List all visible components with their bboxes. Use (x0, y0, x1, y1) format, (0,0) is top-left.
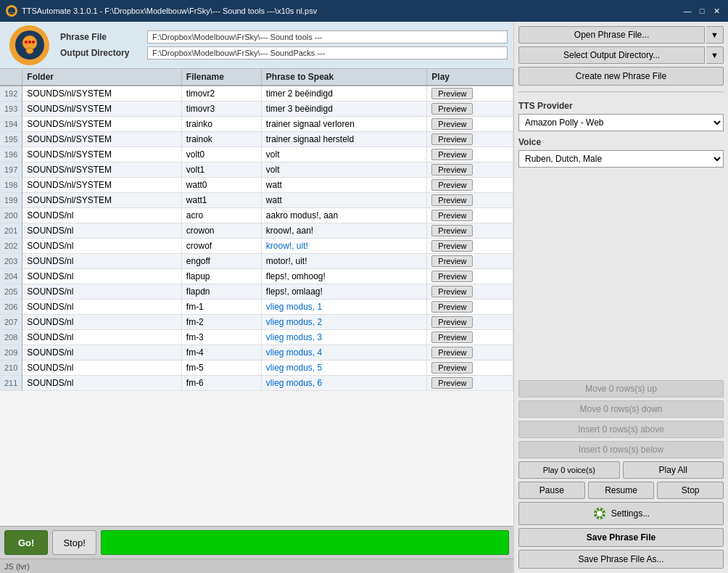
resume-button[interactable]: Resume (588, 482, 655, 499)
preview-button[interactable]: Preview (431, 118, 473, 130)
stop-button[interactable]: Stop! (52, 530, 96, 555)
select-output-dir-button[interactable]: Select Output Directory... (518, 46, 705, 64)
row-phrase: fleps!, omlaag! (261, 284, 427, 300)
open-phrase-file-row: Open Phrase File... ▼ (518, 26, 724, 44)
row-play: Preview (427, 86, 513, 102)
output-dir-path: F:\Dropbox\Modelbouw\FrSky\--- SoundPack… (147, 46, 508, 59)
row-phrase: fleps!, omhoog! (261, 269, 427, 284)
preview-button[interactable]: Preview (431, 164, 473, 176)
svg-point-6 (32, 41, 35, 44)
tts-provider-select[interactable]: Amazon Polly - Web (518, 114, 724, 131)
preview-button[interactable]: Preview (431, 149, 473, 160)
preview-button[interactable]: Preview (431, 286, 473, 297)
row-number: 199 (0, 193, 22, 208)
open-phrase-file-button[interactable]: Open Phrase File... (518, 26, 705, 44)
row-play: Preview (427, 132, 513, 147)
save-phrase-file-as-button[interactable]: Save Phrase File As... (518, 550, 724, 569)
play-voices-button[interactable]: Play 0 voice(s) (518, 461, 620, 479)
insert-below-button: Insert 0 rows(s) below (518, 441, 724, 458)
preview-button[interactable]: Preview (431, 133, 473, 145)
row-number: 207 (0, 315, 22, 330)
row-phrase: watt (261, 193, 427, 208)
select-output-dir-arrow[interactable]: ▼ (706, 46, 724, 64)
preview-button[interactable]: Preview (431, 301, 473, 313)
row-folder: SOUNDS/nl (22, 300, 181, 315)
row-number: 197 (0, 162, 22, 178)
phrase-file-path: F:\Dropbox\Modelbouw\FrSky\--- Sound too… (147, 30, 508, 44)
row-folder: SOUNDS/nl (22, 254, 181, 269)
preview-button[interactable]: Preview (431, 377, 473, 389)
save-phrase-file-button[interactable]: Save Phrase File (518, 528, 724, 547)
row-play: Preview (427, 193, 513, 208)
row-folder: SOUNDS/nl/SYSTEM (22, 193, 181, 208)
row-folder: SOUNDS/nl (22, 269, 181, 284)
row-play: Preview (427, 360, 513, 376)
preview-button[interactable]: Preview (431, 88, 473, 99)
row-folder: SOUNDS/nl/SYSTEM (22, 162, 181, 178)
go-button[interactable]: Go! (4, 530, 48, 555)
row-phrase: trainer signaal hersteld (261, 132, 427, 147)
col-phrase: Phrase to Speak (261, 69, 427, 86)
row-folder: SOUNDS/nl/SYSTEM (22, 117, 181, 132)
maximize-button[interactable]: □ (696, 5, 708, 17)
row-filename: crowof (181, 239, 261, 254)
row-filename: timovr2 (181, 86, 261, 102)
row-play: Preview (427, 254, 513, 269)
voice-select[interactable]: Ruben, Dutch, Male (518, 150, 724, 168)
phrase-file-label: Phrase File (60, 32, 147, 42)
row-filename: fm-1 (181, 300, 261, 315)
table-row: 205SOUNDS/nlflapdnfleps!, omlaag!Preview (0, 284, 513, 300)
playback-controls-row: Pause Resume Stop (518, 482, 724, 499)
play-controls-row: Play 0 voice(s) Play All (518, 461, 724, 479)
preview-button[interactable]: Preview (431, 362, 473, 374)
table-row: 194SOUNDS/nl/SYSTEMtrainkotrainer signaa… (0, 117, 513, 132)
status-text: JS (lvr) (4, 562, 30, 571)
title-bar: ... TTSAutomate 3.1.0.1 - F:\Dropbox\Mod… (0, 0, 728, 22)
preview-button[interactable]: Preview (431, 331, 473, 343)
row-number: 202 (0, 239, 22, 254)
close-button[interactable]: ✕ (711, 5, 722, 17)
row-number: 192 (0, 86, 22, 102)
preview-button[interactable]: Preview (431, 255, 473, 267)
table-row: 192SOUNDS/nl/SYSTEMtimovr2timer 2 beëind… (0, 86, 513, 102)
row-phrase: vlieg modus, 1 (261, 300, 427, 315)
open-phrase-file-arrow[interactable]: ▼ (706, 26, 724, 44)
preview-button[interactable]: Preview (431, 210, 473, 221)
row-folder: SOUNDS/nl/SYSTEM (22, 147, 181, 162)
table-row: 201SOUNDS/nlcrowonkroow!, aan!Preview (0, 223, 513, 239)
create-phrase-file-button[interactable]: Create new Phrase File (518, 67, 724, 86)
row-phrase: timer 2 beëindigd (261, 86, 427, 102)
row-filename: watt0 (181, 178, 261, 193)
row-filename: trainko (181, 117, 261, 132)
svg-point-8 (597, 511, 603, 516)
settings-button[interactable]: Settings... (518, 502, 724, 525)
preview-button[interactable]: Preview (431, 316, 473, 328)
preview-button[interactable]: Preview (431, 103, 473, 115)
phrase-table-container: Folder Filename Phrase to Speak Play 192… (0, 69, 513, 526)
preview-button[interactable]: Preview (431, 179, 473, 191)
minimize-button[interactable]: — (682, 5, 693, 17)
row-phrase: timer 3 beëindigd (261, 102, 427, 117)
preview-button[interactable]: Preview (431, 194, 473, 206)
table-row: 211SOUNDS/nlfm-6vlieg modus, 6Preview (0, 376, 513, 391)
row-phrase: aakro modus!, aan (261, 208, 427, 223)
preview-button[interactable]: Preview (431, 225, 473, 236)
row-folder: SOUNDS/nl (22, 330, 181, 345)
preview-button[interactable]: Preview (431, 347, 473, 358)
row-play: Preview (427, 330, 513, 345)
play-all-button[interactable]: Play All (623, 461, 724, 479)
table-header-row: Folder Filename Phrase to Speak Play (0, 69, 513, 86)
preview-button[interactable]: Preview (431, 271, 473, 282)
row-play: Preview (427, 208, 513, 223)
row-filename: crowon (181, 223, 261, 239)
pause-button[interactable]: Pause (518, 482, 585, 499)
row-play: Preview (427, 147, 513, 162)
stop-button-right[interactable]: Stop (657, 482, 724, 499)
row-folder: SOUNDS/nl (22, 284, 181, 300)
table-row: 206SOUNDS/nlfm-1vlieg modus, 1Preview (0, 300, 513, 315)
svg-point-3 (26, 48, 33, 54)
status-bar: JS (lvr) (0, 558, 513, 573)
row-filename: fm-5 (181, 360, 261, 376)
preview-button[interactable]: Preview (431, 240, 473, 252)
move-down-button: Move 0 rows(s) down (518, 400, 724, 418)
